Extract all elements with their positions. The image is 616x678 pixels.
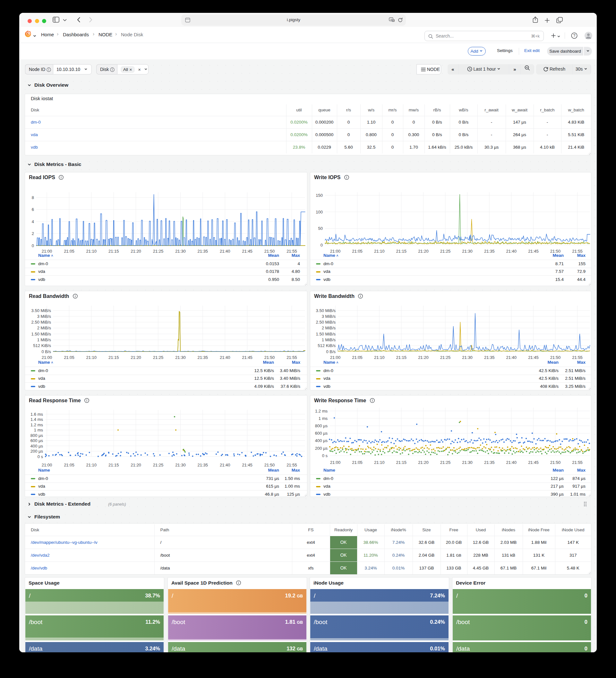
svg-text:1.4 ms: 1.4 ms [31,417,43,422]
svg-text:21:25: 21:25 [440,460,451,465]
svg-text:1.50 MiB/s: 1.50 MiB/s [32,332,51,336]
svg-text:21:30: 21:30 [175,463,186,467]
svg-text:600 µs: 600 µs [31,438,43,443]
svg-text:21:20: 21:20 [418,460,428,465]
svg-text:512 KiB/s: 512 KiB/s [318,343,336,348]
svg-text:6: 6 [32,207,34,212]
svg-text:0 B/s: 0 B/s [326,349,336,354]
svg-text:1 MiB/s: 1 MiB/s [37,337,51,342]
svg-text:21:05: 21:05 [352,460,363,465]
svg-text:800 µs: 800 µs [31,433,43,438]
svg-text:50: 50 [318,226,323,231]
svg-text:2.50 MiB/s: 2.50 MiB/s [316,320,336,325]
svg-text:21:40: 21:40 [506,460,517,465]
svg-text:400 µs: 400 µs [315,438,328,443]
svg-text:21:30: 21:30 [462,460,473,465]
svg-text:1 ms: 1 ms [319,416,328,421]
svg-text:21:25: 21:25 [153,463,164,467]
svg-text:21:35: 21:35 [198,463,208,467]
svg-text:21:35: 21:35 [484,460,495,465]
svg-text:4: 4 [32,219,34,224]
svg-text:1.2 ms: 1.2 ms [31,422,43,427]
svg-text:21:45: 21:45 [242,463,252,467]
svg-text:A: A [390,18,392,21]
svg-text:21:15: 21:15 [396,460,407,465]
svg-text:21:55: 21:55 [287,463,297,467]
svg-text:1.6 ms: 1.6 ms [31,412,43,417]
svg-text:1 ms: 1 ms [34,427,43,432]
svg-text:2 MiB/s: 2 MiB/s [322,326,336,330]
svg-text:21:50: 21:50 [264,463,275,467]
svg-text:3.50 MiB/s: 3.50 MiB/s [32,308,51,313]
svg-text:512 KiB/s: 512 KiB/s [33,343,51,348]
svg-text:0: 0 [321,243,323,248]
svg-text:21:05: 21:05 [64,463,74,467]
svg-text:8: 8 [32,195,34,200]
svg-text:200 µs: 200 µs [31,449,43,454]
svg-text:21:15: 21:15 [109,463,119,467]
svg-text:1.2 ms: 1.2 ms [315,409,328,413]
svg-text:21:00: 21:00 [330,460,341,465]
svg-text:21:10: 21:10 [374,460,385,465]
svg-text:600 µs: 600 µs [315,431,328,436]
svg-text:0 s: 0 s [322,453,328,458]
svg-text:0 B/s: 0 B/s [41,349,51,354]
svg-text:0: 0 [32,243,34,248]
svg-text:3 MiB/s: 3 MiB/s [37,314,51,319]
svg-text:2: 2 [32,231,34,236]
svg-text:21:50: 21:50 [550,460,561,465]
svg-text:1.50 MiB/s: 1.50 MiB/s [316,332,336,336]
svg-text:800 µs: 800 µs [315,423,328,428]
svg-text:21:45: 21:45 [528,460,539,465]
svg-text:21:20: 21:20 [131,463,141,467]
svg-text:21:55: 21:55 [572,460,583,465]
svg-text:1 MiB/s: 1 MiB/s [322,337,336,342]
svg-text:400 µs: 400 µs [31,444,43,449]
svg-text:0 s: 0 s [38,454,43,459]
svg-text:2 MiB/s: 2 MiB/s [37,326,51,330]
svg-text:文: 文 [392,19,394,22]
svg-text:3.50 MiB/s: 3.50 MiB/s [316,308,336,313]
svg-text:200 µs: 200 µs [315,446,328,451]
svg-text:100: 100 [316,210,323,215]
svg-text:21:40: 21:40 [220,463,230,467]
svg-text:3 MiB/s: 3 MiB/s [322,314,336,319]
svg-text:150: 150 [316,193,323,198]
svg-text:21:00: 21:00 [42,463,52,467]
svg-text:21:10: 21:10 [86,463,97,467]
svg-text:2.50 MiB/s: 2.50 MiB/s [32,320,51,325]
svg-text:?: ? [573,33,576,38]
